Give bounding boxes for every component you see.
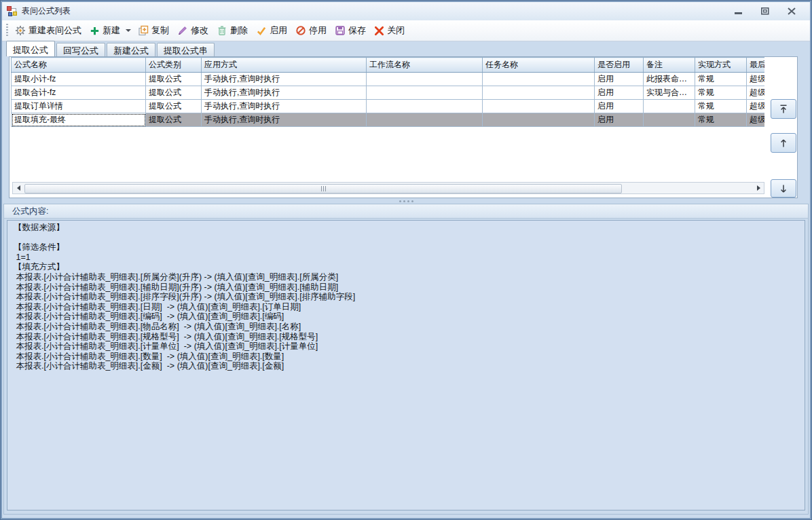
tab-extract-formula-chain[interactable]: 提取公式串	[157, 43, 215, 56]
col-header-apply-mode[interactable]: 应用方式	[202, 58, 367, 73]
cell[interactable]: 提取合计-fz	[12, 86, 146, 100]
scroll-right-button[interactable]	[753, 183, 764, 193]
cell[interactable]: 超级	[747, 73, 765, 86]
cell[interactable]: 实现与合…	[644, 86, 695, 100]
cell[interactable]	[644, 100, 695, 113]
cell[interactable]	[367, 100, 483, 113]
focused-cell[interactable]: 提取填充-最终	[12, 113, 146, 127]
formula-line: 1=1	[14, 253, 805, 263]
cell[interactable]: 手动执行,查询时执行	[202, 113, 367, 127]
formula-line: 本报表.[小计合计辅助表_明细表].[日期] -> (填入值)[查询_明细表].…	[14, 302, 805, 312]
cell[interactable]: 启用	[595, 73, 644, 86]
restore-button[interactable]	[756, 5, 774, 18]
cell[interactable]	[483, 100, 595, 113]
delete-button[interactable]: 删除	[213, 22, 252, 39]
table-row[interactable]: 提取小计-fz提取公式 手动执行,查询时执行 启用 此报表命…常规 超级	[12, 73, 765, 86]
tab-writeback-formula[interactable]: 回写公式	[56, 43, 105, 56]
cell[interactable]	[483, 73, 595, 86]
cell[interactable]: 提取公式	[146, 113, 202, 127]
formula-line: 【数据来源】	[14, 223, 805, 233]
cell[interactable]	[483, 86, 595, 100]
formula-content-panel: 公式内容: 【数据来源】 【筛选条件】 1=1 【填充方式】 本报表.[小计合计…	[3, 204, 809, 515]
tab-extract-formula[interactable]: 提取公式	[6, 41, 55, 56]
cell[interactable]: 常规	[695, 73, 747, 86]
enable-button[interactable]: 启用	[252, 22, 291, 39]
col-header-last[interactable]: 最后	[747, 58, 765, 73]
copy-button[interactable]: 复制	[134, 22, 173, 39]
cell[interactable]: 手动执行,查询时执行	[202, 100, 367, 113]
cell[interactable]	[483, 113, 595, 127]
formula-line: 本报表.[小计合计辅助表_明细表].[数量] -> (填入值)[查询_明细表].…	[14, 352, 805, 362]
formula-grid: 公式名称 公式类别 应用方式 工作流名称 任务名称 是否启用 备注 实现方式 最…	[11, 57, 764, 127]
splitter-handle[interactable]	[2, 198, 810, 204]
new-label: 新建	[103, 24, 120, 37]
cell[interactable]	[367, 86, 483, 100]
toolbar: 重建表间公式 新建 复制 修改	[2, 20, 810, 41]
minimize-icon	[735, 8, 743, 15]
rebuild-formulas-button[interactable]: 重建表间公式	[11, 22, 86, 39]
new-dropdown-arrow[interactable]	[126, 29, 131, 32]
cell[interactable]: 手动执行,查询时执行	[202, 86, 367, 100]
formula-line	[14, 233, 805, 243]
tab-new-formula[interactable]: 新建公式	[107, 43, 155, 56]
move-down-button[interactable]	[771, 179, 796, 198]
col-header-remark[interactable]: 备注	[644, 58, 695, 73]
close-button[interactable]	[783, 5, 800, 18]
cell[interactable]: 提取公式	[146, 86, 202, 100]
save-button[interactable]: 保存	[331, 22, 370, 39]
red-x-icon	[374, 26, 384, 36]
cell[interactable]: 超级	[747, 113, 765, 127]
cell[interactable]: 启用	[595, 113, 644, 127]
cell[interactable]	[367, 113, 483, 127]
copy-icon	[138, 25, 149, 36]
cell[interactable]	[367, 73, 483, 86]
table-row-selected[interactable]: 提取填充-最终提取公式 手动执行,查询时执行 启用 常规 超级	[12, 113, 765, 127]
cell[interactable]: 超级	[747, 86, 765, 100]
new-button[interactable]: 新建	[86, 22, 124, 39]
grid-header-row: 公式名称 公式类别 应用方式 工作流名称 任务名称 是否启用 备注 实现方式 最…	[12, 58, 765, 73]
cell[interactable]: 提取公式	[146, 73, 202, 86]
formula-content-textbox[interactable]: 【数据来源】 【筛选条件】 1=1 【填充方式】 本报表.[小计合计辅助表_明细…	[7, 220, 805, 510]
tab-label: 回写公式	[63, 45, 98, 56]
cell[interactable]: 超级	[747, 100, 765, 113]
horizontal-scrollbar[interactable]	[12, 182, 764, 194]
cell[interactable]: 提取公式	[146, 100, 202, 113]
cell[interactable]: 手动执行,查询时执行	[202, 73, 367, 86]
cell[interactable]: 常规	[695, 100, 747, 113]
edit-button[interactable]: 修改	[173, 22, 213, 39]
table-row[interactable]: 提取订单详情提取公式 手动执行,查询时执行 启用 常规 超级	[12, 100, 765, 113]
disable-button[interactable]: 停用	[291, 22, 331, 39]
enable-label: 启用	[270, 24, 287, 37]
table-row[interactable]: 提取合计-fz提取公式 手动执行,查询时执行 启用 实现与合…常规 超级	[12, 86, 765, 100]
formula-line: 本报表.[小计合计辅助表_明细表].[排序字段](升序) -> (填入值)[查询…	[14, 292, 805, 302]
arrow-up-icon	[777, 138, 790, 149]
close-tool-button[interactable]: 关闭	[370, 22, 409, 39]
cell[interactable]: 此报表命…	[644, 73, 695, 86]
cell[interactable]: 提取订单详情	[12, 100, 146, 113]
col-header-enabled[interactable]: 是否启用	[595, 58, 644, 73]
gear-icon	[15, 25, 26, 36]
formula-line: 本报表.[小计合计辅助表_明细表].[物品名称] -> (填入值)[查询_明细表…	[14, 322, 805, 332]
check-icon	[256, 26, 267, 36]
titlebar: 表间公式列表	[2, 2, 810, 20]
cell[interactable]: 常规	[695, 113, 747, 127]
cell[interactable]: 启用	[595, 86, 644, 100]
move-top-button[interactable]	[771, 99, 796, 119]
plus-icon	[90, 26, 100, 36]
move-up-button[interactable]	[771, 133, 796, 153]
rebuild-formulas-label: 重建表间公式	[29, 24, 81, 37]
col-header-workflow-name[interactable]: 工作流名称	[367, 58, 483, 73]
col-header-task-name[interactable]: 任务名称	[483, 58, 595, 73]
scrollbar-thumb[interactable]	[24, 184, 622, 193]
cell[interactable]: 常规	[695, 86, 747, 100]
scroll-left-button[interactable]	[13, 183, 24, 193]
col-header-impl-mode[interactable]: 实现方式	[695, 58, 747, 73]
edit-label: 修改	[191, 24, 208, 37]
formula-list-panel: 公式名称 公式类别 应用方式 工作流名称 任务名称 是否启用 备注 实现方式 最…	[9, 56, 798, 198]
col-header-formula-name[interactable]: 公式名称	[12, 58, 146, 73]
minimize-button[interactable]	[730, 5, 748, 18]
cell[interactable]: 启用	[595, 100, 644, 113]
cell[interactable]	[644, 113, 695, 127]
col-header-formula-type[interactable]: 公式类别	[146, 58, 202, 73]
cell[interactable]: 提取小计-fz	[12, 73, 146, 86]
